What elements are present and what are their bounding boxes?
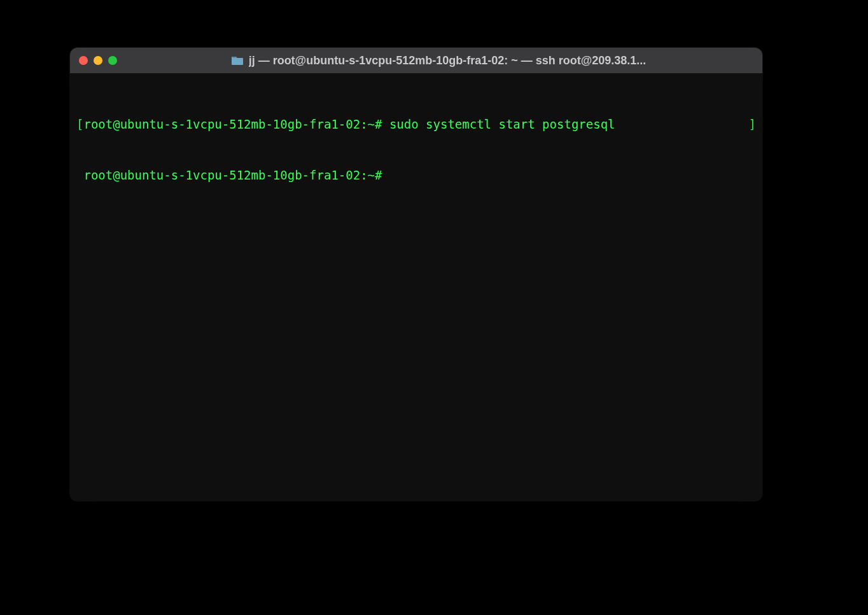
folder-icon — [231, 55, 244, 66]
open-bracket — [76, 168, 83, 182]
shell-prompt: root@ubuntu-s-1vcpu-512mb-10gb-fra1-02:~… — [83, 117, 382, 131]
minimize-button[interactable] — [94, 56, 102, 65]
close-bracket: ] — [749, 116, 756, 133]
close-button[interactable] — [79, 56, 88, 65]
terminal-body[interactable]: [root@ubuntu-s-1vcpu-512mb-10gb-fra1-02:… — [70, 73, 762, 501]
open-bracket: [ — [76, 117, 83, 131]
window-title-container: jj — root@ubuntu-s-1vcpu-512mb-10gb-fra1… — [123, 54, 753, 67]
window-title: jj — root@ubuntu-s-1vcpu-512mb-10gb-fra1… — [249, 54, 647, 67]
terminal-line: root@ubuntu-s-1vcpu-512mb-10gb-fra1-02:~… — [76, 167, 756, 184]
command-text: sudo systemctl start postgresql — [389, 117, 615, 131]
traffic-lights — [79, 56, 117, 65]
terminal-window: jj — root@ubuntu-s-1vcpu-512mb-10gb-fra1… — [70, 48, 762, 501]
maximize-button[interactable] — [108, 56, 117, 65]
shell-prompt: root@ubuntu-s-1vcpu-512mb-10gb-fra1-02:~… — [83, 168, 382, 182]
terminal-line: [root@ubuntu-s-1vcpu-512mb-10gb-fra1-02:… — [76, 116, 756, 133]
title-bar[interactable]: jj — root@ubuntu-s-1vcpu-512mb-10gb-fra1… — [70, 48, 762, 73]
